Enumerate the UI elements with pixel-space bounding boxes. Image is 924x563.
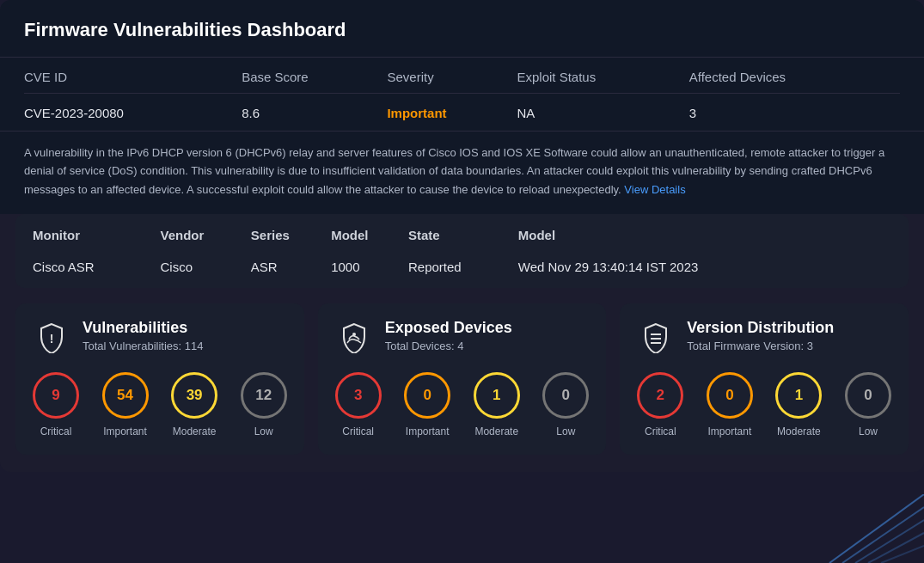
card-subtitle: Total Devices: 4 [385, 340, 512, 352]
circles-row: 9 Critical 54 Important 39 Moderate 12 L… [33, 372, 287, 438]
sub-table: Monitor Vendor Series Model State Model … [33, 214, 891, 288]
circle-value-moderate: 39 [171, 372, 217, 419]
card-title-group: Version Distribution Total Firmware Vers… [687, 319, 834, 352]
circle-label-critical: Critical [645, 425, 676, 438]
svg-line-8 [868, 533, 924, 563]
circle-value-moderate: 1 [775, 372, 822, 419]
circle-label-low: Low [859, 425, 878, 438]
circle-important: 54 Important [102, 372, 149, 438]
circle-low: 0 Low [845, 372, 891, 438]
cards-row: ! Vulnerabilities Total Vulnerabilities:… [0, 303, 924, 472]
circle-value-critical: 2 [637, 372, 683, 419]
card-title-group: Vulnerabilities Total Vulnerabilities: 1… [83, 319, 203, 352]
col-header-base-score: Base Score [242, 58, 387, 94]
circle-value-important: 0 [707, 372, 753, 419]
circle-label-low: Low [556, 425, 575, 438]
sub-monitor-cell: Cisco ASR [33, 251, 161, 288]
cve-table: CVE ID Base Score Severity Exploit Statu… [24, 58, 900, 131]
col-header-exploit-status: Exploit Status [517, 58, 689, 94]
dashboard-header: Firmware Vulnerabilities Dashboard [0, 0, 924, 58]
circles-row: 3 Critical 0 Important 1 Moderate 0 Low [335, 372, 590, 438]
circle-low: 12 Low [241, 372, 287, 438]
sub-col-monitor: Monitor [33, 214, 161, 251]
description-text: A vulnerability in the IPv6 DHCP version… [24, 144, 900, 199]
circle-label-moderate: Moderate [173, 425, 217, 438]
view-details-link[interactable]: View Details [624, 183, 685, 196]
description-section: A vulnerability in the IPv6 DHCP version… [0, 131, 924, 214]
card-subtitle: Total Vulnerabilities: 114 [83, 340, 203, 352]
sub-model2-cell: Wed Nov 29 13:40:14 IST 2023 [518, 251, 891, 288]
shield-icon: ! [33, 319, 70, 357]
sub-series-cell: ASR [251, 251, 331, 288]
col-header-cve-id: CVE ID [24, 58, 242, 94]
circle-critical: 2 Critical [637, 372, 683, 438]
svg-line-6 [842, 507, 924, 563]
circle-critical: 3 Critical [335, 372, 382, 438]
card-title-group: Exposed Devices Total Devices: 4 [385, 319, 512, 352]
circle-label-moderate: Moderate [474, 425, 518, 438]
circle-label-low: Low [254, 425, 273, 438]
circle-label-important: Important [103, 425, 147, 438]
sub-table-row: Cisco ASR Cisco ASR 1000 Reported Wed No… [33, 251, 891, 288]
sub-model-cell: 1000 [331, 251, 408, 288]
card-header: ! Vulnerabilities Total Vulnerabilities:… [33, 319, 287, 357]
circle-value-moderate: 1 [474, 372, 520, 419]
sub-col-model: Model [331, 214, 408, 251]
dashboard: Firmware Vulnerabilities Dashboard CVE I… [0, 0, 924, 472]
sub-col-state: State [408, 214, 518, 251]
sub-vendor-cell: Cisco [161, 251, 251, 288]
shield-icon [335, 319, 373, 357]
circle-value-low: 0 [542, 372, 589, 419]
card-vulnerabilities: ! Vulnerabilities Total Vulnerabilities:… [15, 303, 304, 455]
circle-value-critical: 9 [33, 372, 79, 419]
card-subtitle: Total Firmware Version: 3 [687, 340, 834, 352]
svg-text:!: ! [50, 332, 54, 346]
svg-line-9 [881, 546, 924, 563]
circle-label-critical: Critical [342, 425, 374, 438]
circle-moderate: 39 Moderate [171, 372, 217, 438]
sub-col-series: Series [251, 214, 331, 251]
card-title: Exposed Devices [385, 319, 512, 338]
affected-devices-cell: 3 [689, 94, 900, 132]
col-header-severity: Severity [387, 58, 517, 94]
cve-id-cell: CVE-2023-20080 [24, 94, 242, 132]
sub-col-model2: Model [518, 214, 891, 251]
shield-icon [637, 319, 675, 357]
card-title: Vulnerabilities [83, 319, 203, 338]
card-header: Version Distribution Total Firmware Vers… [637, 319, 891, 357]
circle-value-important: 54 [102, 372, 149, 419]
dashboard-title: Firmware Vulnerabilities Dashboard [24, 19, 900, 41]
sub-state-cell: Reported [408, 251, 518, 288]
decorative-lines [821, 494, 924, 563]
circle-label-critical: Critical [40, 425, 72, 438]
severity-cell: Important [387, 94, 517, 132]
sub-table-section: Monitor Vendor Series Model State Model … [15, 214, 909, 288]
circle-moderate: 1 Moderate [775, 372, 822, 438]
card-header: Exposed Devices Total Devices: 4 [335, 319, 590, 357]
col-header-affected-devices: Affected Devices [689, 58, 900, 94]
base-score-cell: 8.6 [242, 94, 387, 132]
circle-label-important: Important [708, 425, 752, 438]
svg-line-5 [829, 494, 924, 563]
circle-value-critical: 3 [335, 372, 382, 419]
exploit-status-cell: NA [517, 94, 689, 132]
card-exposed-devices: Exposed Devices Total Devices: 4 3 Criti… [318, 303, 607, 455]
svg-line-7 [855, 520, 924, 563]
circle-moderate: 1 Moderate [474, 372, 520, 438]
card-version-distribution: Version Distribution Total Firmware Vers… [620, 303, 909, 455]
circle-value-low: 0 [845, 372, 891, 419]
circle-critical: 9 Critical [33, 372, 79, 438]
circle-value-low: 12 [241, 372, 287, 419]
sub-col-vendor: Vendor [161, 214, 251, 251]
circle-label-important: Important [406, 425, 450, 438]
circles-row: 2 Critical 0 Important 1 Moderate 0 Low [637, 372, 891, 438]
cve-table-section: CVE ID Base Score Severity Exploit Statu… [0, 58, 924, 131]
card-title: Version Distribution [687, 319, 834, 338]
cve-table-row: CVE-2023-20080 8.6 Important NA 3 [24, 94, 900, 132]
circle-low: 0 Low [542, 372, 589, 438]
circle-important: 0 Important [404, 372, 450, 438]
circle-value-important: 0 [404, 372, 450, 419]
circle-label-moderate: Moderate [777, 425, 821, 438]
circle-important: 0 Important [707, 372, 753, 438]
